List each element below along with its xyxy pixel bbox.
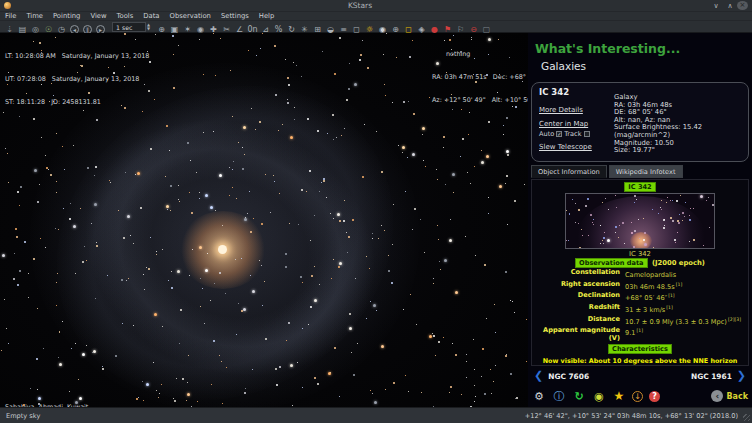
- table-row: Apparent magnitude (V) 9.1[1]: [538, 327, 742, 342]
- menu-tools[interactable]: Tools: [112, 12, 139, 21]
- titlebar: KStars ∨ ∧ ×: [0, 0, 752, 12]
- back-button[interactable]: ‹ Back: [711, 390, 748, 402]
- auto-track-control[interactable]: Auto ✓ Track: [539, 130, 590, 138]
- resize-grip[interactable]: [743, 414, 750, 421]
- object-navigation: ❮ NGC 7606 NGC 1961 ❯: [534, 370, 746, 382]
- epoch-label: (J2000 epoch): [652, 259, 705, 267]
- whats-interesting-panel: What's Interesting... Galaxies IC 342 Mo…: [528, 33, 752, 407]
- time-step-spinbox[interactable]: 1 sec ▲▼: [112, 22, 150, 32]
- object-card: IC 342 More Details Center in Map Auto ✓…: [531, 82, 749, 162]
- object-name: IC 342: [539, 87, 569, 97]
- wikipedia-infobox: IC 342 IC 342 Observation data (J2000 ep…: [531, 179, 749, 366]
- time-info-overlay: LT: 10:28:08 AM Saturday, January 13, 20…: [5, 38, 149, 122]
- infobox-title-chip: IC 342: [624, 182, 655, 192]
- previous-object-icon[interactable]: ❮: [534, 370, 543, 382]
- focus-object-label: nothing: [446, 51, 528, 59]
- reload-icon[interactable]: ↻: [572, 389, 586, 403]
- image-caption: IC 342: [629, 250, 651, 258]
- slew-telescope-link[interactable]: Slew Telescope: [539, 143, 592, 151]
- galaxy-thumbnail-image: [565, 193, 715, 249]
- detail-size: Size: 19.77": [614, 147, 702, 155]
- next-object-label[interactable]: NGC 1961: [691, 372, 732, 381]
- kstars-app-icon: [4, 2, 11, 9]
- sky-map[interactable]: LT: 10:28:08 AM Saturday, January 13, 20…: [0, 33, 528, 407]
- shade-window-icon[interactable]: ∨: [709, 2, 723, 10]
- download-resources-icon[interactable]: ↓: [632, 391, 643, 402]
- visibility-eye-icon[interactable]: ◉: [592, 389, 606, 403]
- table-row: Declination +68° 05′ 46″[1]: [538, 292, 742, 303]
- panel-toolbar: ⚙ ⓘ ↻ ◉ ★ ↓ ? ‹ Back: [532, 387, 748, 405]
- object-details-icon[interactable]: ⓘ: [552, 389, 566, 403]
- time-step-spin-arrows[interactable]: ▲▼: [147, 23, 150, 31]
- characteristics-chip[interactable]: Characteristics: [608, 344, 672, 354]
- close-window-icon[interactable]: ×: [737, 1, 748, 10]
- next-object-icon[interactable]: ❯: [737, 370, 746, 382]
- previous-object-label[interactable]: NGC 7606: [548, 372, 589, 381]
- galaxy-nucleus: [218, 245, 227, 254]
- favorites-star-icon[interactable]: ★: [612, 389, 626, 403]
- tab-object-information[interactable]: Object Information: [531, 165, 607, 178]
- observation-data-header: Observation data (J2000 epoch): [575, 259, 705, 267]
- focus-info-overlay: nothing RA: 03h 47m 51s Dec: +68° 08' 12…: [432, 36, 528, 120]
- main-toolbar: ⇣▤◎☉◷◂‖▸ 1 sec ▲▼ ⊕▣✶◉✚✂∠0n⊿%↻✳⊞◒≡◻☼◉⊕◻◈…: [0, 21, 752, 33]
- table-row: Right ascension 03h 46m 48.5s[1]: [538, 281, 742, 292]
- info-tabs: Object Information Wikipedia Infotext: [531, 165, 683, 178]
- auto-track-checkbox-checked[interactable]: ✓: [556, 131, 562, 137]
- observation-data-highlight: Observation data: [575, 258, 647, 268]
- local-time-label: LT: 10:28:08 AM Saturday, January 13, 20…: [5, 53, 149, 61]
- sidereal-julian-label: ST: 18:11:28 JD: 2458131.81: [5, 99, 149, 107]
- visibility-status: Now visible: About 10 degrees above the …: [535, 357, 745, 365]
- track-label: Track: [564, 130, 581, 138]
- infobox-table: Constellation Camelopardalis Right ascen…: [538, 269, 742, 343]
- back-label: Back: [726, 392, 748, 401]
- help-icon[interactable]: ?: [649, 391, 660, 402]
- table-row: Redshift 31 ± 3 km/s[1]: [538, 304, 742, 315]
- universal-time-label: UT: 07:28:08 Saturday, January 13, 2018: [5, 76, 149, 84]
- panel-title: What's Interesting...: [535, 41, 680, 56]
- status-object-label: Empty sky: [0, 412, 40, 420]
- focus-azalt-label: Az: +12° 50' 49" Alt: +10° 50' 14": [432, 97, 528, 105]
- auto-label: Auto: [539, 130, 554, 138]
- window-title: KStars: [11, 1, 709, 10]
- settings-gear-icon[interactable]: ⚙: [532, 389, 546, 403]
- focus-radec-label: RA: 03h 47m 51s Dec: +68° 08' 12": [432, 74, 528, 82]
- track-checkbox[interactable]: [584, 131, 590, 137]
- table-row: Constellation Camelopardalis: [538, 269, 742, 280]
- kstars-window: KStars ∨ ∧ × File Time Pointing View Too…: [0, 0, 752, 423]
- maximize-window-icon[interactable]: ∧: [723, 2, 737, 10]
- center-in-map-link[interactable]: Center in Map: [539, 120, 588, 128]
- back-arrow-icon[interactable]: ‹: [711, 390, 723, 402]
- table-row: Distance 10.7 ± 0.9 Mly (3.3 ± 0.3 Mpc)[…: [538, 316, 742, 327]
- time-step-value[interactable]: 1 sec: [112, 22, 146, 32]
- object-details-text: Galaxy RA: 03h 46m 48s DE: 68° 05' 46" A…: [614, 94, 702, 155]
- more-details-link[interactable]: More Details: [539, 106, 583, 114]
- status-coordinates-label: +12° 46' 42", +10° 53' 24" 03h 48m 10s, …: [525, 412, 752, 420]
- category-label: Galaxies: [541, 60, 586, 72]
- location-info-overlay: Sababiya, Ahmadi, Kuwait Long: 48.100833…: [5, 389, 114, 407]
- tab-wikipedia-infotext[interactable]: Wikipedia Infotext: [609, 165, 683, 178]
- statusbar: Empty sky +12° 46' 42", +10° 53' 24" 03h…: [0, 407, 752, 423]
